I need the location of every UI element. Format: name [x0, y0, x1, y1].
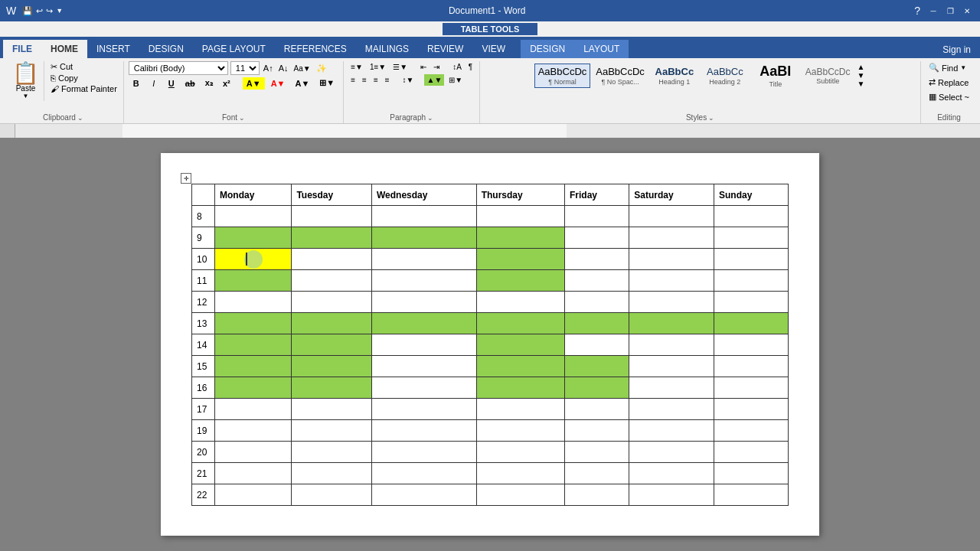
table-cell[interactable]: [476, 420, 564, 442]
table-cell[interactable]: [564, 399, 629, 420]
show-hide-button[interactable]: ¶: [466, 61, 475, 73]
table-cell[interactable]: [215, 356, 292, 377]
table-cell[interactable]: [629, 463, 714, 484]
replace-button[interactable]: ⇄ Replace: [926, 76, 972, 89]
table-cell[interactable]: [292, 442, 372, 463]
bold-button[interactable]: B: [129, 77, 144, 90]
table-cell[interactable]: [714, 377, 789, 399]
sort-button[interactable]: ↕A: [450, 61, 464, 73]
table-cell[interactable]: [371, 206, 476, 227]
table-cell[interactable]: [371, 292, 476, 313]
table-cell[interactable]: [629, 484, 714, 506]
style-normal-button[interactable]: AaBbCcDc ¶ Normal: [534, 64, 591, 88]
table-cell[interactable]: [714, 270, 789, 292]
font-expand-icon[interactable]: ⌄: [239, 114, 245, 122]
table-cell[interactable]: [564, 249, 629, 270]
table-cell[interactable]: [215, 463, 292, 484]
tab-design-ctx[interactable]: DESIGN: [521, 40, 574, 58]
styles-more-button[interactable]: ▼: [858, 80, 865, 88]
table-cell[interactable]: [476, 377, 564, 399]
increase-indent-button[interactable]: ⇥: [431, 61, 442, 73]
table-cell[interactable]: [629, 399, 714, 420]
align-left-button[interactable]: ≡: [348, 74, 358, 86]
table-cell[interactable]: [564, 377, 629, 399]
subscript-button[interactable]: x₂: [201, 77, 217, 90]
table-cell[interactable]: [476, 399, 564, 420]
table-cell[interactable]: [215, 206, 292, 227]
table-cell[interactable]: [564, 463, 629, 484]
table-cell[interactable]: [714, 334, 789, 356]
table-cell[interactable]: [629, 270, 714, 292]
tab-insert[interactable]: INSERT: [87, 40, 139, 58]
table-cell[interactable]: [629, 356, 714, 377]
table-cell[interactable]: [292, 292, 372, 313]
style-heading1-button[interactable]: AaBbCc Heading 1: [650, 64, 699, 88]
table-cell[interactable]: [215, 484, 292, 506]
table-cell[interactable]: [371, 227, 476, 249]
copy-button[interactable]: ⎘ Copy: [49, 73, 119, 83]
minimize-button[interactable]: ─: [926, 4, 940, 18]
underline-button[interactable]: U: [164, 77, 179, 90]
decrease-indent-button[interactable]: ⇤: [418, 61, 429, 73]
shading-button[interactable]: ▲▼: [424, 74, 444, 86]
table-cell[interactable]: [476, 313, 564, 334]
styles-expand-icon[interactable]: ⌄: [708, 114, 714, 122]
table-cell[interactable]: [476, 442, 564, 463]
font-color-button[interactable]: A▼: [267, 77, 289, 90]
table-cell[interactable]: [371, 484, 476, 506]
table-cell[interactable]: [215, 334, 292, 356]
tab-home[interactable]: HOME: [41, 40, 87, 58]
table-cell[interactable]: [292, 334, 372, 356]
table-move-handle[interactable]: ✛: [181, 173, 191, 184]
table-cell[interactable]: [292, 227, 372, 249]
increase-font-size-button[interactable]: A↑: [262, 64, 275, 73]
border-button[interactable]: ⊞▼: [446, 74, 465, 86]
table-cell[interactable]: [292, 463, 372, 484]
decrease-font-size-button[interactable]: A↓: [277, 64, 290, 73]
table-cell[interactable]: [215, 249, 292, 270]
styles-scroll-up-button[interactable]: ▲: [858, 63, 865, 71]
paragraph-expand-icon[interactable]: ⌄: [427, 114, 433, 122]
document-scroll[interactable]: ✛ Monday Tuesday Wednesday Thursday Frid…: [0, 138, 980, 551]
table-cell[interactable]: [714, 420, 789, 442]
table-cell[interactable]: [371, 249, 476, 270]
table-cell[interactable]: [215, 442, 292, 463]
table-cell[interactable]: [476, 270, 564, 292]
table-cell[interactable]: [371, 313, 476, 334]
find-button[interactable]: 🔍 Find ▼: [926, 61, 969, 74]
table-cell[interactable]: [714, 484, 789, 506]
table-cell[interactable]: [476, 206, 564, 227]
table-cell[interactable]: [476, 484, 564, 506]
table-cell[interactable]: [371, 463, 476, 484]
style-title-button[interactable]: AaBI Title: [751, 61, 800, 90]
table-cell[interactable]: [714, 292, 789, 313]
customize-icon[interactable]: ▼: [56, 7, 63, 15]
numbering-button[interactable]: 1≡▼: [368, 61, 388, 73]
table-cell[interactable]: [476, 249, 564, 270]
help-icon[interactable]: ?: [911, 5, 923, 17]
table-cell[interactable]: [564, 313, 629, 334]
style-heading2-button[interactable]: AaBbCc Heading 2: [701, 64, 750, 88]
table-cell[interactable]: [564, 484, 629, 506]
paste-dropdown-icon[interactable]: ▼: [23, 93, 29, 99]
table-cell[interactable]: [714, 249, 789, 270]
redo-icon[interactable]: ↪: [46, 6, 53, 16]
table-cell[interactable]: [371, 399, 476, 420]
table-cell[interactable]: [564, 420, 629, 442]
table-cell[interactable]: [629, 334, 714, 356]
table-cell[interactable]: [371, 334, 476, 356]
table-cell[interactable]: [564, 442, 629, 463]
table-cell[interactable]: [215, 227, 292, 249]
table-cell[interactable]: [292, 206, 372, 227]
style-no-spacing-button[interactable]: AaBbCcDc ¶ No Spac...: [592, 64, 648, 88]
table-cell[interactable]: [292, 249, 372, 270]
table-cell[interactable]: [564, 270, 629, 292]
table-cell[interactable]: [215, 377, 292, 399]
table-cell[interactable]: [215, 292, 292, 313]
borders-button[interactable]: ⊞▼: [315, 77, 338, 90]
tab-design[interactable]: DESIGN: [139, 40, 193, 58]
table-cell[interactable]: [629, 420, 714, 442]
table-cell[interactable]: [476, 292, 564, 313]
styles-scroll-down-button[interactable]: ▼: [858, 71, 865, 80]
table-cell[interactable]: [292, 399, 372, 420]
